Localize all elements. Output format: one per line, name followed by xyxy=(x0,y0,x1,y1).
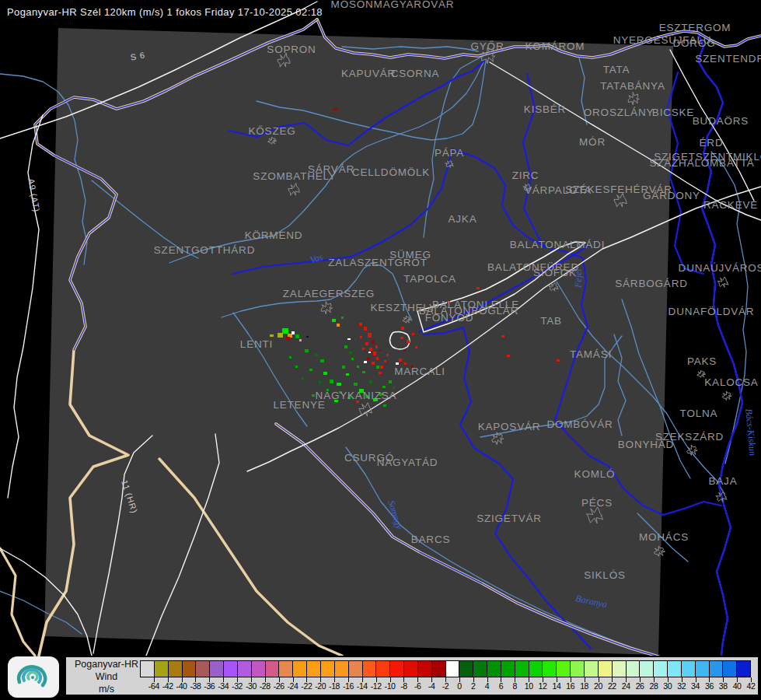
legend-tick-label: -20 xyxy=(315,681,326,691)
legend-tick-label: -2 xyxy=(442,681,449,691)
wind-echo xyxy=(557,359,560,362)
city-label: MOHÁCS xyxy=(639,531,689,543)
city-label: PÁPA xyxy=(435,147,464,159)
wind-echo xyxy=(367,357,370,360)
city-label: LETENYE xyxy=(273,399,325,411)
legend-title: Poganyvar-HR Wind m/s xyxy=(71,659,142,695)
wind-echo xyxy=(389,380,392,383)
legend-tick-label: -34 xyxy=(218,681,229,691)
wind-echo xyxy=(337,324,340,327)
city-label: LENTI xyxy=(240,338,273,350)
city-label: AJKA xyxy=(449,213,477,225)
radar-map-canvas[interactable]: MOSONMAGYARÓVÁRSOPRONKAPUVÁRCSORNAGYŐRKO… xyxy=(0,0,761,700)
legend-swatch xyxy=(529,660,543,677)
legend-tick-label: 8 xyxy=(513,681,517,691)
city-label: PAKS xyxy=(687,355,717,367)
city-label: SZENTGOTTHÁRD xyxy=(154,244,255,256)
radar-viewer[interactable]: MOSONMAGYARÓVÁRSOPRONKAPUVÁRCSORNAGYŐRKO… xyxy=(0,0,761,700)
legend-tick-label: 32 xyxy=(677,681,686,691)
legend-swatch xyxy=(556,660,570,677)
legend-tick-label: 14 xyxy=(552,681,560,691)
wind-echo xyxy=(319,381,321,383)
city-label: SZIGETVÁR xyxy=(476,513,542,524)
app-logo-icon[interactable] xyxy=(8,656,59,698)
legend-swatch xyxy=(598,660,612,677)
legend-tick-label: 36 xyxy=(705,681,714,691)
city-label: KOMLÓ xyxy=(574,468,616,480)
legend-tick-label: 30 xyxy=(663,681,672,691)
legend-tick-label: -6 xyxy=(414,681,421,691)
legend-swatch xyxy=(195,660,209,677)
city-label: CSORNA xyxy=(391,68,440,79)
legend-unit: m/s xyxy=(71,684,142,696)
city-label: ZALAEGERSZEG xyxy=(283,288,375,299)
legend-swatch xyxy=(515,660,529,677)
legend-tick-label: 6 xyxy=(499,681,503,691)
legend-swatch xyxy=(348,660,362,677)
legend-tick-label: 40 xyxy=(733,681,742,691)
wind-echo xyxy=(351,358,354,360)
wind-echo xyxy=(360,336,362,338)
city-label: KAPUVÁR xyxy=(341,68,396,79)
city-label: NAGYKANIZSA xyxy=(316,390,397,401)
legend-swatch xyxy=(168,660,182,677)
wind-echo xyxy=(289,356,291,359)
legend-tick-label: -64 xyxy=(148,681,159,691)
legend-tick-label: 42 xyxy=(747,681,756,691)
city-label: OROSZLÁNY xyxy=(584,107,654,118)
legend-tick-label: 34 xyxy=(691,681,700,691)
legend-tick-label: -30 xyxy=(246,681,257,691)
legend-swatch xyxy=(265,660,279,677)
city-label: FONYÓD xyxy=(425,312,474,324)
wind-echo xyxy=(315,354,318,356)
wind-echo xyxy=(320,359,324,362)
wind-echo xyxy=(291,331,295,334)
wind-echo xyxy=(295,366,298,368)
city-label: RÁCKEVE xyxy=(703,199,758,211)
city-label: PÉCS xyxy=(581,497,613,509)
wind-echo xyxy=(369,348,372,351)
city-label: BONYHÁD xyxy=(618,439,674,450)
city-label: ZIRC xyxy=(512,170,539,181)
city-label: SZÁZHALOMBATTA xyxy=(649,157,754,169)
legend-tick-label: -26 xyxy=(274,681,285,691)
legend-swatch xyxy=(223,660,237,677)
wind-colorbar xyxy=(140,660,751,677)
wind-echo xyxy=(401,327,404,330)
wind-echo xyxy=(359,323,362,326)
wind-echo xyxy=(400,337,403,339)
legend-swatch xyxy=(709,660,723,677)
city-label: CELLDÖMÖLK xyxy=(352,166,430,178)
wind-echo xyxy=(372,340,375,344)
wind-echo xyxy=(347,338,351,340)
legend-swatch xyxy=(584,660,598,677)
county-label: Fejér xyxy=(573,268,584,289)
city-label: BAJA xyxy=(709,475,738,487)
city-label: SÁRVÁR xyxy=(308,163,354,175)
legend-swatch xyxy=(237,660,251,677)
city-label: MÓR xyxy=(579,136,606,148)
wind-echo xyxy=(476,287,480,289)
legend-tick-label: 16 xyxy=(566,681,574,691)
legend-tick-label: -32 xyxy=(232,681,243,691)
wind-echo xyxy=(286,337,290,340)
wind-echo xyxy=(337,383,341,386)
city-label: ZALASZENTGRÓT xyxy=(328,257,427,268)
legend-swatch xyxy=(334,660,348,677)
city-label: KALOCSA xyxy=(704,376,758,388)
wind-echo xyxy=(368,333,372,338)
legend-tick-label: 4 xyxy=(485,681,489,691)
wind-echo xyxy=(382,386,386,388)
legend-swatch xyxy=(487,660,501,677)
city-label: SIÓFOK xyxy=(533,267,577,278)
legend-swatch xyxy=(306,660,320,677)
legend-tick-label: 2 xyxy=(471,681,475,691)
wind-echo xyxy=(330,380,333,383)
legend-swatch xyxy=(542,660,556,677)
wind-echo xyxy=(403,349,406,352)
city-label: TOLNA xyxy=(680,408,718,419)
wind-echo xyxy=(376,366,379,369)
legend-swatch xyxy=(722,660,736,677)
wind-echo xyxy=(341,317,344,319)
legend-swatch xyxy=(639,660,653,677)
